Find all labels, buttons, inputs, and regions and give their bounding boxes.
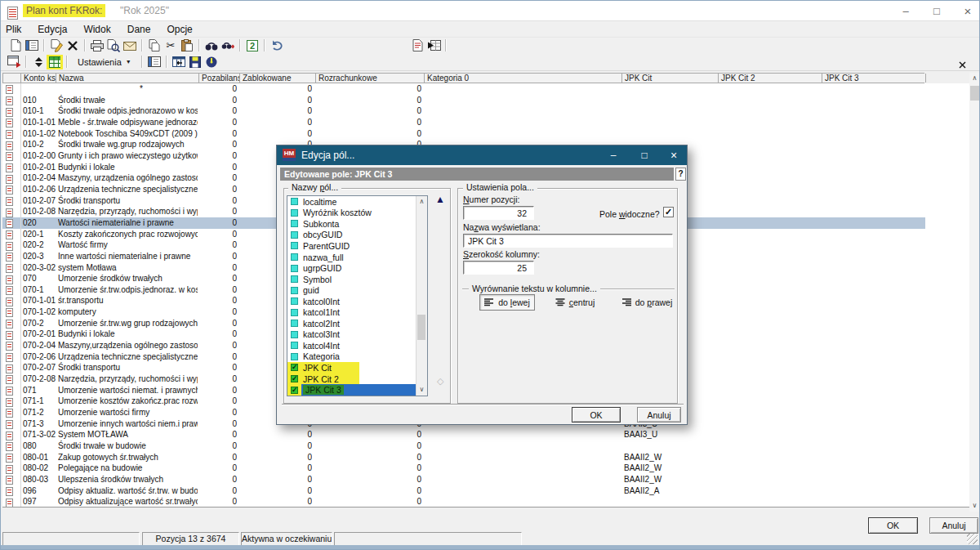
column-header-icon[interactable]: [3, 74, 21, 83]
table-row[interactable]: 097 Odpisy aktualizujące wartość sr.trwa…: [2, 496, 925, 508]
table-row[interactable]: 096 Odpisy aktualiz. wartość śr.trw. w b…: [2, 485, 925, 497]
field-list-scrollbar[interactable]: [416, 196, 427, 396]
table-columns-left-button[interactable]: [171, 55, 187, 69]
column-header-zablokowane[interactable]: Zablokowane: [240, 74, 316, 83]
print-button[interactable]: [89, 38, 105, 53]
field-list-item[interactable]: JPK Cit 2: [287, 373, 427, 385]
field-list-item[interactable]: ParentGUID: [287, 240, 427, 252]
table-row[interactable]: 010-1 Środki trwałe odpis.jednorazowo w …: [2, 105, 925, 117]
table-row[interactable]: 080-03 Ulepszenia środków trwałych 0 0 0…: [2, 474, 925, 485]
table-save-layout-button[interactable]: [187, 55, 203, 69]
column-header-jpk-cit-3[interactable]: JPK Cit 3: [822, 74, 926, 83]
field-list-item[interactable]: JPK Cit: [287, 362, 427, 373]
ustawienia-dropdown[interactable]: Ustawienia▼: [73, 56, 136, 69]
field-list-item[interactable]: localtime: [287, 196, 427, 208]
print-preview-button[interactable]: [105, 38, 122, 53]
sort-rows-button[interactable]: [30, 55, 47, 69]
column-header-jpk-cit-2[interactable]: JPK Cit 2: [719, 74, 822, 83]
maximize-icon[interactable]: [925, 3, 948, 19]
close-panel-button[interactable]: [959, 57, 966, 72]
column-header-rozrachunkowe[interactable]: Rozrachunkowe: [316, 74, 425, 83]
edit-button[interactable]: [48, 38, 65, 53]
column-width-input[interactable]: [463, 261, 534, 275]
menu-edycja[interactable]: Edycja: [29, 24, 75, 35]
table-vertical-scrollbar[interactable]: [969, 73, 980, 512]
scrollbar-thumb[interactable]: [417, 315, 425, 340]
field-list-item[interactable]: katcol0Int: [287, 296, 427, 307]
find-next-button[interactable]: [220, 38, 236, 53]
table-row[interactable]: 010-1-02 Notebook Toschiba S409xCDT (200…: [2, 128, 925, 140]
menu-opcje[interactable]: Opcje: [158, 24, 200, 35]
cell-nazwa: System MOTŁAWA: [58, 429, 198, 440]
new-document-button[interactable]: [7, 38, 24, 53]
main-ok-button[interactable]: OK: [868, 517, 918, 534]
table-row[interactable]: 010 Środki trwałe 0 0 0: [2, 95, 925, 106]
column-header-kategoria-0[interactable]: Kategoria 0: [425, 74, 622, 83]
menu-widok[interactable]: Widok: [75, 24, 118, 35]
column-header-jpk-cit[interactable]: JPK Cit: [622, 74, 719, 83]
undo-button[interactable]: [269, 38, 285, 53]
align-right-button[interactable]: do prawej: [621, 294, 673, 311]
visible-checkbox[interactable]: [663, 207, 674, 217]
column-header-pozabilans-[interactable]: Pozabilans.: [199, 74, 240, 83]
scrollbar-thumb[interactable]: [970, 86, 979, 101]
delete-button[interactable]: [65, 38, 81, 53]
view-properties-button[interactable]: [146, 55, 163, 69]
paste-button[interactable]: [179, 38, 195, 53]
find-button[interactable]: [203, 38, 220, 53]
help-button[interactable]: ?: [675, 168, 686, 181]
field-list-item[interactable]: Symbol: [287, 274, 427, 285]
menu-plik[interactable]: Plik: [6, 24, 29, 35]
field-list-item[interactable]: nazwa_full: [287, 252, 427, 263]
resize-grip[interactable]: [967, 534, 978, 544]
cut-button[interactable]: ✂: [163, 38, 179, 53]
minimize-icon[interactable]: [894, 3, 917, 19]
copy-button[interactable]: [146, 38, 163, 53]
field-list-item[interactable]: Wyróżnik kosztów: [287, 208, 427, 219]
scroll-up-icon[interactable]: [969, 73, 980, 84]
position-input[interactable]: [463, 206, 534, 220]
field-list-item[interactable]: JPK Cit 3: [287, 384, 427, 396]
table-export-button[interactable]: [425, 38, 442, 53]
move-field-down-icon[interactable]: ◇: [437, 376, 443, 387]
display-name-input[interactable]: [463, 234, 673, 248]
table-row[interactable]: * 0 0 0: [2, 83, 925, 95]
field-list-item[interactable]: Kategoria: [287, 351, 427, 363]
main-cancel-button[interactable]: Anuluj: [929, 517, 978, 534]
form-run-button[interactable]: [6, 55, 22, 69]
table-row[interactable]: 080 Środki trwałe w budowie 0 0 0: [2, 440, 925, 452]
field-list-item[interactable]: katcol4Int: [287, 340, 427, 351]
scroll-up-icon[interactable]: [416, 196, 427, 208]
field-list-item[interactable]: katcol1Int: [287, 306, 427, 318]
table-row[interactable]: 080-01 Zakup gotowych śr.trwałych 0 0 0 …: [2, 452, 925, 463]
field-list-item[interactable]: katcol2Int: [287, 318, 427, 329]
align-center-button[interactable]: centruj: [554, 294, 596, 311]
column-header-konto-ksi-[interactable]: Konto ksi...▽: [21, 74, 56, 83]
table-start-button[interactable]: [203, 55, 220, 69]
dialog-close-icon[interactable]: [664, 149, 684, 162]
send-mail-button[interactable]: [122, 38, 138, 53]
table-row[interactable]: 080-02 Polegające na budowie 0 0 0 BAAII…: [2, 463, 925, 474]
menu-dane[interactable]: Dane: [119, 24, 159, 35]
align-left-button[interactable]: do lewej: [479, 294, 535, 311]
field-list-item[interactable]: obcyGUID: [287, 230, 427, 241]
properties-button[interactable]: [24, 38, 40, 53]
dialog-cancel-button[interactable]: Anuluj: [637, 407, 681, 423]
field-list-item[interactable]: katcol3Int: [287, 329, 427, 341]
dialog-maximize-icon[interactable]: [635, 149, 654, 162]
dialog-minimize-icon[interactable]: [604, 149, 623, 162]
excel-export-button[interactable]: 2: [244, 38, 261, 53]
field-list-item[interactable]: guid: [287, 284, 427, 296]
table-row[interactable]: 071-3-02 System MOTŁAWA 0 0 0 BAAI3_U: [2, 429, 925, 440]
dialog-ok-button[interactable]: OK: [572, 407, 621, 423]
field-list-item[interactable]: Subkonta: [287, 218, 427, 230]
scroll-down-icon[interactable]: [969, 500, 980, 512]
close-icon[interactable]: [956, 3, 979, 19]
scroll-down-icon[interactable]: [416, 384, 427, 396]
table-row[interactable]: 010-1-01 Meble - śr.trwałe odpisywane je…: [2, 117, 925, 128]
move-field-up-icon[interactable]: ▲: [435, 194, 445, 205]
field-list-item[interactable]: ugrpGUID: [287, 262, 427, 274]
report-button[interactable]: [409, 38, 425, 53]
choose-columns-button[interactable]: [47, 55, 63, 69]
column-header-nazwa[interactable]: Nazwa: [56, 74, 199, 83]
